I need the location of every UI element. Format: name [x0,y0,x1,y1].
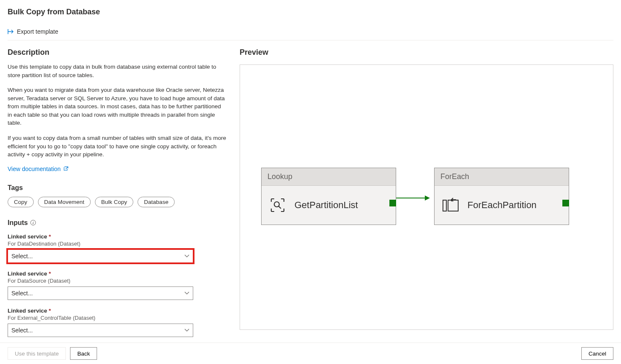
select-placeholder: Select... [11,253,33,260]
lookup-icon [269,197,286,214]
inputs-heading-text: Inputs [8,219,28,227]
required-indicator: * [49,308,51,314]
page-title: Bulk Copy from Database [8,8,613,16]
output-port[interactable] [389,200,396,206]
select-placeholder: Select... [11,290,33,297]
tag-database[interactable]: Database [138,197,175,207]
required-indicator: * [49,270,51,277]
input-label-text: Linked service [8,270,47,277]
input-subtext: For External_ControlTable (Dataset) [8,315,227,321]
input-label: Linked service * [8,308,227,314]
toolbar: Export template [8,28,613,40]
tag-bulk-copy[interactable]: Bulk Copy [95,197,134,207]
inputs-heading: Inputs i [8,219,227,227]
node-type-lookup: Lookup [262,168,396,186]
input-label-text: Linked service [8,308,47,314]
export-icon [8,29,14,35]
export-template-label: Export template [17,28,58,35]
foreach-icon [442,197,459,214]
footer: Use this template Back Cancel [0,343,621,352]
export-template-button[interactable]: Export template [8,28,58,35]
view-documentation-link[interactable]: View documentation [8,166,69,172]
select-placeholder: Select... [11,327,33,334]
chevron-down-icon [184,329,189,332]
cancel-button[interactable]: Cancel [581,347,613,352]
pipeline-node-foreach[interactable]: ForEach ForEachPartition [434,168,569,225]
tags-heading: Tags [8,184,227,192]
external-link-icon [63,166,69,171]
node-type-foreach: ForEach [435,168,569,186]
back-button[interactable]: Back [70,347,97,352]
tag-copy[interactable]: Copy [8,197,34,207]
input-label: Linked service * [8,270,227,277]
svg-point-0 [274,202,279,207]
required-indicator: * [49,233,51,240]
use-this-template-button[interactable]: Use this template [8,347,66,352]
tag-data-movement[interactable]: Data Movement [38,197,91,207]
input-label-text: Linked service [8,233,47,240]
input-group-datadestination: Linked service * For DataDestination (Da… [8,233,227,263]
description-heading: Description [8,48,227,57]
view-documentation-label: View documentation [8,166,61,172]
info-icon[interactable]: i [30,220,36,225]
linked-service-select-controltable[interactable]: Select... [8,324,193,337]
description-para-2: When you want to migrate data from your … [8,86,227,127]
input-subtext: For DataSource (Dataset) [8,278,227,284]
pipeline-connector[interactable] [396,198,429,198]
node-name-getpartitionlist: GetPartitionList [294,200,358,211]
input-group-controltable: Linked service * For External_ControlTab… [8,308,227,337]
description-para-3: If you want to copy data from a small nu… [8,134,227,159]
pipeline-node-lookup[interactable]: Lookup GetPartitionList [261,168,396,225]
svg-rect-1 [443,200,446,211]
output-port[interactable] [562,200,569,206]
tag-row: Copy Data Movement Bulk Copy Database [8,197,227,207]
chevron-down-icon [184,254,189,258]
linked-service-select-datasource[interactable]: Select... [8,286,193,300]
linked-service-select-datadestination[interactable]: Select... [8,249,193,263]
input-group-datasource: Linked service * For DataSource (Dataset… [8,270,227,300]
preview-canvas[interactable]: Lookup GetPartitionList ForEach [240,64,613,330]
input-subtext: For DataDestination (Dataset) [8,241,227,247]
description-para-1: Use this template to copy data in bulk f… [8,63,227,79]
preview-heading: Preview [240,48,613,57]
node-name-foreachpartition: ForEachPartition [467,200,537,211]
svg-rect-2 [448,200,458,211]
chevron-down-icon [184,292,189,295]
input-label: Linked service * [8,233,227,240]
